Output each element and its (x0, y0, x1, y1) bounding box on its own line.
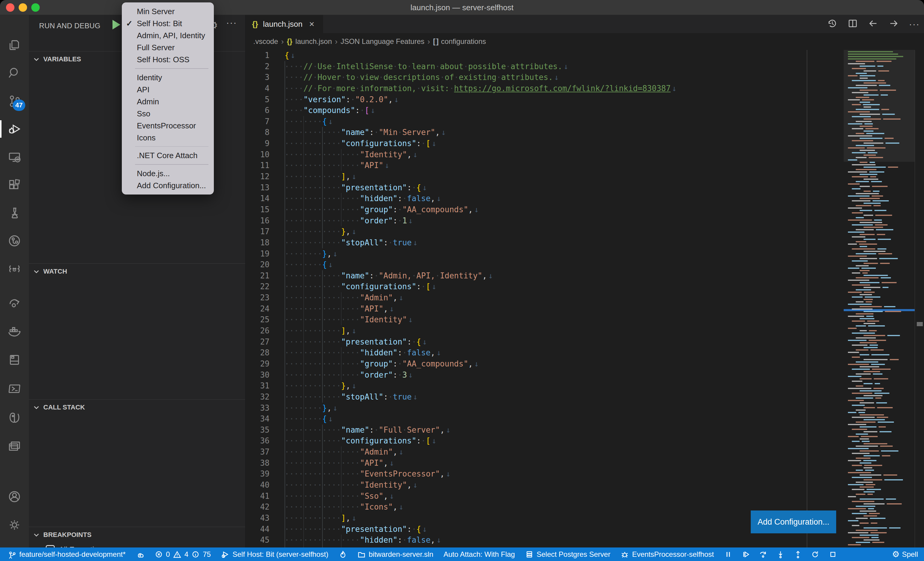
code-line[interactable]: 40················"Identity",↓ (245, 480, 924, 491)
explorer-icon[interactable] (0, 31, 29, 59)
rest-client-icon[interactable] (0, 255, 29, 283)
code-line[interactable]: 2····//·Use·IntelliSense·to·learn·about·… (245, 61, 924, 72)
code-line[interactable]: 27············"presentation":·{↓ (245, 337, 924, 347)
menu-item-node-js[interactable]: Node.js... (122, 168, 214, 180)
menu-item-sso[interactable]: Sso (122, 108, 214, 120)
code-line[interactable]: 17············},↓ (245, 226, 924, 237)
solution-status[interactable]: bitwarden-server.sln (357, 550, 434, 559)
tab-launch-json[interactable]: {} launch.json × (245, 15, 323, 33)
code-line[interactable]: 20········{↓ (245, 259, 924, 270)
timeline-history-icon[interactable] (827, 18, 837, 30)
code-line[interactable]: 7········{↓ (245, 116, 924, 127)
more-actions-icon[interactable]: ··· (909, 19, 920, 29)
problems-status[interactable]: 0475 (154, 550, 211, 559)
code-line[interactable]: 11················"API"↓ (245, 160, 924, 171)
source-control-icon[interactable]: 47 (0, 87, 29, 115)
code-line[interactable]: 36············"configurations":·[↓ (245, 435, 924, 446)
breadcrumb-item[interactable]: configurations (441, 37, 486, 46)
code-line[interactable]: 38················"API",↓ (245, 458, 924, 469)
events-processor-status[interactable]: EventsProcessor-selfhost (621, 550, 714, 559)
menu-item-api[interactable]: API (122, 84, 214, 96)
menu-item-add-configuration[interactable]: Add Configuration... (122, 180, 214, 191)
pause-icon[interactable] (724, 550, 732, 559)
code-line[interactable]: 28················"hidden":·false,↓ (245, 347, 924, 358)
start-debugging-icon[interactable] (112, 20, 120, 30)
test-beaker-icon[interactable] (0, 199, 29, 227)
menu-item-net-core-attach[interactable]: .NET Core Attach (122, 150, 214, 162)
gitlens-icon[interactable] (0, 227, 29, 255)
code-line[interactable]: 12············],↓ (245, 171, 924, 182)
views-more-actions-icon[interactable]: ··· (226, 18, 237, 28)
code-line[interactable]: 21············"name":·"Admin,·API,·Ident… (245, 270, 924, 281)
code-line[interactable]: 5····"version":·"0.2.0",↓ (245, 94, 924, 105)
code-line[interactable]: 8············"name":·"Min·Server",↓ (245, 127, 924, 138)
extensions-icon[interactable] (0, 171, 29, 199)
code-line[interactable]: 26············],↓ (245, 325, 924, 337)
active-debug-config-status[interactable]: Self Host: Bit (server-selfhost) (221, 550, 328, 559)
code-line[interactable]: 39················"EventsProcessor",↓ (245, 468, 924, 480)
menu-item-identity[interactable]: Identity (122, 72, 214, 84)
minimap-slider[interactable] (844, 50, 915, 162)
code-line[interactable]: 6····"compounds":·[↓ (245, 105, 924, 116)
code-line[interactable]: 45················"hidden":·false,↓ (245, 534, 924, 546)
postgres-server-status[interactable]: Select Postgres Server (525, 550, 610, 559)
code-line[interactable]: 15················"group":·"AA_compounds… (245, 204, 924, 215)
account-icon[interactable] (0, 483, 29, 511)
breadcrumb[interactable]: .vscode›{}launch.json›JSON Language Feat… (245, 33, 924, 50)
split-editor-icon[interactable] (848, 18, 858, 30)
section-header[interactable]: WATCH (29, 264, 245, 279)
add-configuration-button[interactable]: Add Configuration... (751, 510, 836, 533)
code-line[interactable]: 13············"presentation":·{↓ (245, 182, 924, 193)
code-line[interactable]: 19········},↓ (245, 248, 924, 259)
step-into-icon[interactable] (776, 550, 785, 559)
code-line[interactable]: 18············"stopAll":·true↓ (245, 237, 924, 248)
menu-item-admin[interactable]: Admin (122, 96, 214, 108)
flame-status[interactable] (339, 550, 347, 559)
navigate-forward-icon[interactable] (888, 18, 899, 30)
menu-item-min-server[interactable]: Min Server (122, 5, 214, 18)
remote-explorer-icon[interactable] (0, 143, 29, 171)
code-line[interactable]: 3····//·Hover·to·view·descriptions·of·ex… (245, 72, 924, 83)
backup-icon[interactable] (0, 346, 29, 374)
live-share-icon[interactable] (0, 288, 29, 316)
code-line[interactable]: 30················"order":·3↓ (245, 370, 924, 381)
code-line[interactable]: 1{↓ (245, 50, 924, 61)
code-line[interactable]: 31············},↓ (245, 380, 924, 392)
step-out-icon[interactable] (794, 550, 802, 559)
window-panes-icon[interactable] (0, 432, 29, 461)
menu-item-full-server[interactable]: Full Server (122, 42, 214, 54)
code-line[interactable]: 24················"API",↓ (245, 303, 924, 314)
postgresql-icon[interactable] (0, 404, 29, 432)
code-line[interactable]: 16················"order":·1↓ (245, 215, 924, 226)
sync-changes-status[interactable] (136, 550, 144, 559)
powershell-icon[interactable] (0, 375, 29, 403)
stop-icon[interactable] (829, 550, 837, 559)
settings-gear-icon[interactable] (0, 511, 29, 539)
code-line[interactable]: 41················"Sso",↓ (245, 491, 924, 502)
overview-ruler-scrollbar[interactable] (915, 50, 924, 548)
code-line[interactable]: 37················"Admin",↓ (245, 446, 924, 458)
code-line[interactable]: 25················"Identity"↓ (245, 314, 924, 325)
code-line[interactable]: 9············"configurations":·[↓ (245, 138, 924, 149)
menu-item-eventsprocessor[interactable]: EventsProcessor (122, 120, 214, 132)
menu-item-admin-api-identity[interactable]: Admin, API, Identity (122, 30, 214, 42)
menu-item-self-host-oss[interactable]: Self Host: OSS (122, 54, 214, 66)
code-line[interactable]: 29················"group":·"AA_compounds… (245, 358, 924, 370)
menu-item-self-host-bit[interactable]: ✓Self Host: Bit (122, 18, 214, 30)
code-line[interactable]: 14················"hidden":·false,↓ (245, 193, 924, 204)
code-line[interactable]: 32············"stopAll":·true↓ (245, 392, 924, 402)
breadcrumb-item[interactable]: launch.json (296, 37, 332, 46)
tab-close-icon[interactable]: × (309, 19, 315, 29)
minimap[interactable] (844, 50, 915, 548)
step-over-icon[interactable] (759, 550, 767, 559)
search-icon[interactable] (0, 59, 29, 87)
run-and-debug-icon[interactable] (0, 115, 29, 143)
restart-icon[interactable] (811, 550, 820, 559)
code-line[interactable]: 33········},↓ (245, 402, 924, 414)
navigate-back-icon[interactable] (868, 18, 878, 30)
menu-item-icons[interactable]: Icons (122, 132, 214, 144)
section-header[interactable]: CALL STACK (29, 399, 245, 415)
code-line[interactable]: 22············"configurations":·[↓ (245, 281, 924, 292)
code-editor[interactable]: 1{↓2····//·Use·IntelliSense·to·learn·abo… (245, 50, 924, 548)
continue-icon[interactable] (741, 550, 750, 559)
